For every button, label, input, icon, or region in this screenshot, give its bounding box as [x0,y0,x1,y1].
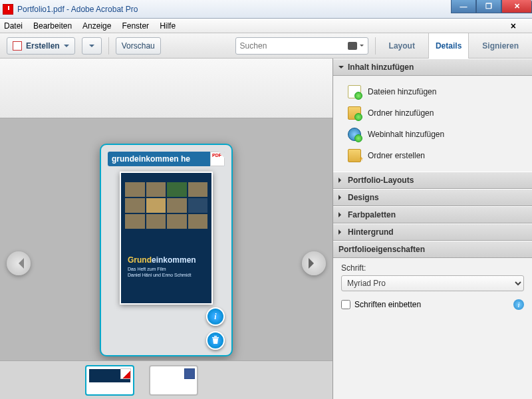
create-folder[interactable]: Ordner erstellen [333,145,532,166]
portfolio-card[interactable]: grundeinkommen he Grundeinkommen Das Hef… [100,144,233,356]
embed-fonts-label: Schriften einbetten [354,300,421,309]
chevron-right-icon [309,258,319,269]
info-icon[interactable]: i [513,299,524,310]
file-add-icon [348,85,361,98]
create-pdf-icon [13,41,22,51]
font-label: Schrift: [341,263,524,273]
prev-button[interactable] [7,251,31,275]
folder-new-icon [348,149,361,162]
search-field[interactable] [235,37,368,55]
card-filename: grundeinkommen he [112,154,190,164]
menu-window[interactable]: Fenster [122,21,149,31]
globe-add-icon [348,128,361,141]
menu-help[interactable]: Hilfe [160,21,176,31]
cover-subtitle: Das Heft zum Film Daniel Häni und Enno S… [128,266,191,278]
section-label: Hintergrund [348,227,394,237]
section-background[interactable]: Hintergrund [333,223,532,241]
cover-title: Grundeinkommen [128,255,196,265]
separator [108,37,109,55]
section-add-content[interactable]: Inhalt hinzufügen [333,59,532,76]
menu-view[interactable]: Anzeige [82,21,111,31]
section-properties: Portfolioeigenschaften [333,241,532,258]
binoculars-icon [348,42,357,50]
preview-label: Vorschau [122,41,155,51]
triangle-right-icon [338,229,344,235]
pdf-icon [120,368,131,379]
stage-header-area [0,59,332,118]
tab-details[interactable]: Details [428,33,469,59]
minimize-button[interactable]: — [451,0,476,13]
menu-edit[interactable]: Bearbeiten [33,21,72,31]
triangle-right-icon [338,178,344,183]
maximize-button[interactable]: ❐ [476,0,501,13]
triangle-right-icon [338,212,344,217]
word-icon [184,368,195,379]
caret-down-icon [89,45,94,50]
trash-icon [211,336,220,345]
properties-body: Schrift: Myriad Pro Schriften einbetten … [333,258,532,318]
portfolio-stage: grundeinkommen he Grundeinkommen Das Hef… [0,59,332,399]
delete-button[interactable] [206,331,225,350]
toolbar: Erstellen Vorschau Layout Details Signie… [0,33,532,59]
separator [375,37,376,55]
tab-sign[interactable]: Signieren [475,33,525,59]
triangle-down-icon [338,66,344,71]
card-cover: Grundeinkommen Das Heft zum Film Daniel … [120,172,213,305]
item-label: Ordner hinzufügen [368,108,434,118]
caret-down-icon [64,45,69,50]
side-panel: Inhalt hinzufügen Dateien hinzufügen Ord… [332,59,532,399]
add-files[interactable]: Dateien hinzufügen [333,81,532,102]
thumb-1[interactable] [85,365,134,396]
section-label: Inhalt hinzufügen [348,63,414,72]
add-folder[interactable]: Ordner hinzufügen [333,102,532,124]
add-content-list: Dateien hinzufügen Ordner hinzufügen Web… [333,76,532,172]
search-input[interactable] [240,41,348,51]
caret-down-icon[interactable] [360,45,364,49]
section-label: Designs [348,193,379,202]
chevron-left-icon [13,258,24,269]
triangle-right-icon [338,195,344,200]
next-button[interactable] [302,251,326,275]
section-label: Portfolioeigenschaften [338,245,425,254]
tab-layout[interactable]: Layout [382,33,422,59]
pdf-icon [210,152,225,166]
preview-button[interactable]: Vorschau [116,37,161,55]
document-close-icon[interactable]: × [511,21,516,31]
app-icon [3,4,13,15]
info-button[interactable]: i [206,307,225,326]
thumb-2[interactable] [149,365,198,396]
section-label: Portfolio-Layouts [348,176,414,185]
close-button[interactable]: ✕ [501,0,532,13]
item-label: Webinhalt hinzufügen [368,130,444,139]
section-palettes[interactable]: Farbpaletten [333,206,532,223]
section-label: Farbpaletten [348,210,396,219]
section-layouts[interactable]: Portfolio-Layouts [333,172,532,189]
cover-mosaic [125,182,207,229]
add-web-content[interactable]: Webinhalt hinzufügen [333,124,532,145]
create-button[interactable]: Erstellen [7,37,75,55]
create-split-button[interactable] [82,37,102,55]
folder-add-icon [348,106,361,120]
window-title: Portfolio1.pdf - Adobe Acrobat Pro [17,5,138,14]
thumbnail-tray [0,360,332,399]
window-titlebar: Portfolio1.pdf - Adobe Acrobat Pro — ❐ ✕ [0,0,532,19]
item-label: Ordner erstellen [368,151,425,160]
menu-bar: Datei Bearbeiten Anzeige Fenster Hilfe × [0,19,532,33]
font-select[interactable]: Myriad Pro [341,275,524,291]
section-designs[interactable]: Designs [333,189,532,206]
item-label: Dateien hinzufügen [368,87,436,96]
menu-file[interactable]: Datei [4,21,23,31]
create-label: Erstellen [26,41,60,51]
card-filename-bar: grundeinkommen he [108,152,225,166]
embed-fonts-checkbox[interactable] [341,300,350,309]
